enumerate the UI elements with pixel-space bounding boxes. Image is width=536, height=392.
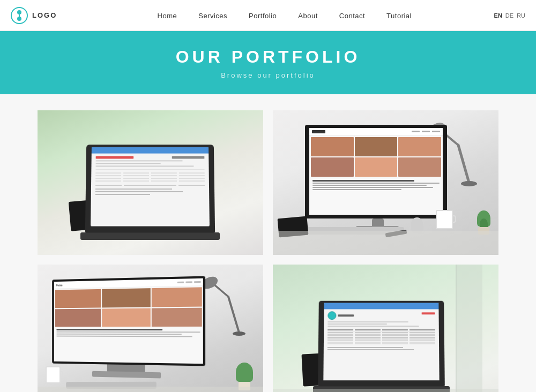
- nav-item-services[interactable]: Services: [198, 11, 227, 20]
- nav-links: Home Services Portfolio About Contact Tu…: [75, 11, 494, 20]
- portfolio-item-2[interactable]: Petro: [273, 110, 498, 255]
- lang-switcher: EN DE RU: [494, 12, 525, 19]
- portfolio-item-4[interactable]: [273, 265, 498, 392]
- portfolio-section: Petro: [0, 94, 536, 392]
- hero-subtitle: Browse our portfolio: [0, 71, 536, 79]
- nav-item-tutorial[interactable]: Tutorial: [386, 11, 412, 20]
- nav-item-portfolio[interactable]: Portfolio: [249, 11, 277, 20]
- portfolio-grid: Petro: [38, 110, 498, 392]
- lamp-icon-2: [204, 267, 250, 337]
- navbar: LOGO Home Services Portfolio About Conta…: [0, 0, 536, 31]
- lang-ru[interactable]: RU: [517, 12, 525, 19]
- svg-point-11: [233, 331, 245, 336]
- svg-line-9: [214, 284, 228, 297]
- lang-de[interactable]: DE: [505, 12, 513, 19]
- nav-item-contact[interactable]: Contact: [339, 11, 365, 20]
- svg-line-8: [228, 297, 239, 333]
- portfolio-item-3[interactable]: Petro: [38, 265, 263, 392]
- nav-item-home[interactable]: Home: [158, 11, 177, 20]
- svg-point-2: [17, 17, 21, 21]
- svg-line-4: [458, 145, 469, 183]
- logo-icon: [11, 7, 28, 24]
- svg-point-7: [461, 181, 477, 186]
- logo-text: LOGO: [32, 11, 57, 19]
- hero-banner: OUR PORTFOLIO Browse our portfolio: [0, 31, 536, 94]
- lang-en[interactable]: EN: [494, 12, 502, 19]
- portfolio-item-1[interactable]: [38, 110, 263, 255]
- nav-item-about[interactable]: About: [298, 11, 317, 20]
- hero-title: OUR PORTFOLIO: [0, 47, 536, 67]
- svg-point-1: [17, 10, 21, 14]
- logo-area[interactable]: LOGO: [11, 7, 75, 24]
- svg-point-10: [204, 274, 220, 291]
